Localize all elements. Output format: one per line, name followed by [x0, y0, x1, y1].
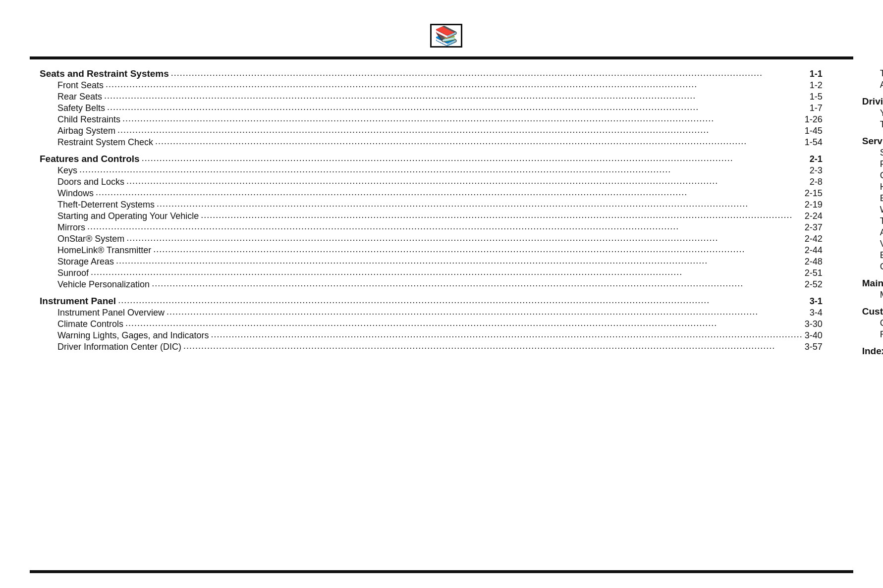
toc-page: 2-48: [805, 257, 823, 267]
toc-label: Restraint System Check: [40, 137, 153, 148]
toc-dots: ........................................…: [183, 341, 803, 351]
toc-entry: Trip Computer...........................…: [862, 68, 883, 79]
toc-entry: Maintenance Schedule....................…: [862, 290, 883, 300]
toc-entry: HomeLink® Transmitter...................…: [40, 245, 823, 256]
toc-dots: ........................................…: [104, 91, 808, 101]
toc-label: HomeLink® Transmitter: [40, 245, 151, 256]
toc-label: Keys: [40, 165, 77, 176]
toc-page: 2-42: [805, 234, 823, 244]
toc-label: Your Driving, the Road, and Your Vehicle: [862, 108, 883, 118]
toc-entry: Bulb Replacement........................…: [862, 193, 883, 204]
toc-page: 2-44: [805, 245, 823, 256]
page: 📚 Seats and Restraint Systems...........…: [0, 0, 883, 588]
toc-dots: ........................................…: [142, 153, 808, 163]
toc-entry: Windshield Wiper Blade Replacement......…: [862, 205, 883, 215]
toc-dots: ........................................…: [116, 256, 803, 266]
toc-dots: ........................................…: [79, 164, 808, 175]
toc-label: Doors and Locks: [40, 177, 124, 187]
toc-label: Index: [862, 346, 883, 357]
toc-label: Service and Appearance Care: [862, 136, 883, 147]
toc-label: Instrument Panel: [40, 296, 116, 307]
toc-entry: Safety Belts............................…: [40, 103, 823, 113]
toc-entry: Electrical System.......................…: [862, 250, 883, 261]
toc-entry: Front Seats.............................…: [40, 80, 823, 91]
toc-page: 2-3: [810, 165, 823, 176]
toc-container: Seats and Restraint Systems.............…: [30, 68, 853, 570]
toc-dots: ........................................…: [107, 102, 808, 112]
toc-page: 2-15: [805, 188, 823, 199]
toc-label: Child Restraints: [40, 114, 120, 125]
toc-entry: Child Restraints........................…: [40, 114, 823, 125]
toc-entry: Windows.................................…: [40, 188, 823, 199]
toc-entry: OnStar® System..........................…: [40, 234, 823, 244]
toc-entry: Airbag System...........................…: [40, 126, 823, 136]
toc-label: Audio System(s): [862, 80, 883, 90]
toc-dots: ........................................…: [152, 278, 803, 289]
toc-label: Electrical System: [862, 250, 883, 261]
toc-page: 2-37: [805, 222, 823, 233]
toc-dots: ........................................…: [122, 113, 803, 124]
toc-label: Climate Controls: [40, 319, 123, 329]
toc-page: 1-26: [805, 114, 823, 125]
toc-dots: ........................................…: [171, 68, 808, 78]
top-divider: [30, 56, 853, 59]
toc-dots: ........................................…: [91, 267, 803, 277]
toc-entry: Index...................................…: [862, 346, 883, 357]
toc-entry: Storage Areas...........................…: [40, 257, 823, 267]
toc-entry: Capacities and Specifications...........…: [862, 262, 883, 272]
toc-page: 1-45: [805, 126, 823, 136]
toc-entry: Service.................................…: [862, 148, 883, 158]
toc-entry: Mirrors.................................…: [40, 222, 823, 233]
toc-dots: ........................................…: [118, 295, 808, 306]
toc-page: 2-1: [810, 154, 823, 164]
toc-entry: Climate Controls........................…: [40, 319, 823, 329]
toc-entry: Rear Seats..............................…: [40, 92, 823, 102]
toc-label: Trip Computer: [862, 68, 883, 79]
toc-page: 1-2: [810, 80, 823, 91]
bottom-divider: [30, 570, 853, 573]
toc-page: 3-57: [805, 342, 823, 352]
toc-label: Starting and Operating Your Vehicle: [40, 211, 199, 221]
toc-label: Airbag System: [40, 126, 115, 136]
toc-label: Checking Things Under the Hood: [862, 170, 883, 181]
toc-entry: Appearance Care.........................…: [862, 227, 883, 238]
toc-label: Windshield Wiper Blade Replacement: [862, 205, 883, 215]
toc-label: Fuel: [862, 159, 883, 169]
page-header: 📚: [30, 15, 853, 53]
toc-label: Towing: [862, 119, 883, 130]
toc-label: Bulb Replacement: [862, 193, 883, 204]
toc-label: Reporting Safety Defects: [862, 329, 883, 340]
toc-label: Theft-Deterrent Systems: [40, 200, 155, 210]
toc-entry: Driving Your Vehicle....................…: [862, 96, 883, 107]
toc-label: Features and Controls: [40, 154, 140, 164]
left-column: Seats and Restraint Systems.............…: [30, 68, 842, 560]
toc-entry: Towing..................................…: [862, 119, 883, 130]
toc-page: 3-30: [805, 319, 823, 329]
toc-dots: ........................................…: [117, 125, 803, 135]
toc-entry: Sunroof.................................…: [40, 268, 823, 278]
toc-label: Mirrors: [40, 222, 85, 233]
toc-label: Service: [862, 148, 883, 158]
toc-page: 3-40: [805, 330, 823, 341]
toc-dots: ........................................…: [155, 136, 803, 147]
toc-entry: Instrument Panel Overview...............…: [40, 308, 823, 318]
toc-label: Maintenance Schedule: [862, 290, 883, 300]
toc-page: 2-19: [805, 200, 823, 210]
toc-dots: ........................................…: [157, 199, 803, 209]
toc-page: 2-52: [805, 279, 823, 290]
toc-label: Vehicle Identification: [862, 239, 883, 249]
toc-entry: Restraint System Check..................…: [40, 137, 823, 148]
book-icon: 📚: [430, 24, 462, 48]
toc-label: Instrument Panel Overview: [40, 308, 165, 318]
toc-entry: Tires...................................…: [862, 216, 883, 226]
toc-label: Seats and Restraint Systems: [40, 68, 169, 79]
toc-label: OnStar® System: [40, 234, 124, 244]
toc-label: Warning Lights, Gages, and Indicators: [40, 330, 209, 341]
toc-page: 3-1: [810, 296, 823, 307]
toc-label: Vehicle Personalization: [40, 279, 150, 290]
toc-label: Driver Information Center (DIC): [40, 342, 181, 352]
toc-page: 1-5: [810, 92, 823, 102]
toc-page: 1-7: [810, 103, 823, 113]
right-column: Trip Computer...........................…: [842, 68, 883, 560]
toc-entry: Seats and Restraint Systems.............…: [40, 68, 823, 79]
